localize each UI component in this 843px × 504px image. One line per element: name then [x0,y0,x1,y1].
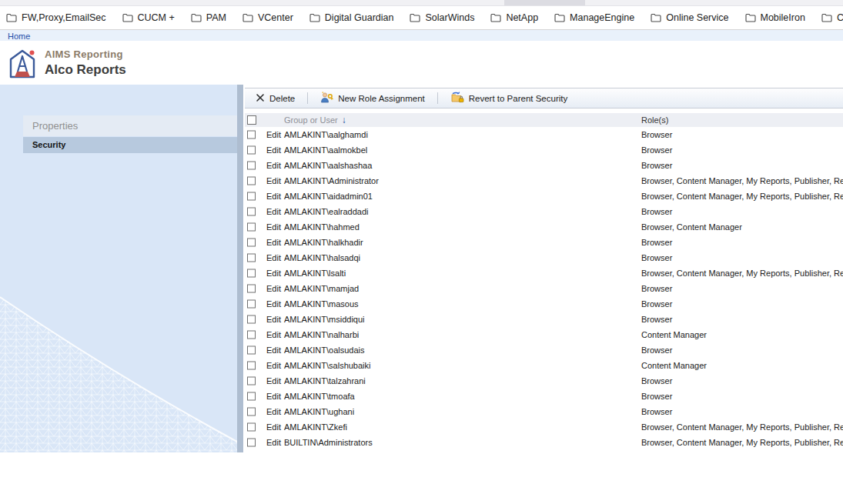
edit-link[interactable]: Edit [266,342,281,358]
row-checkbox[interactable] [247,300,256,309]
edit-link[interactable]: Edit [266,327,281,342]
edit-link[interactable]: Edit [266,265,281,281]
row-checkbox[interactable] [247,439,256,447]
edit-link[interactable]: Edit [266,219,281,235]
row-checkbox[interactable] [247,177,256,185]
row-checkbox[interactable] [247,285,256,293]
bookmark-item[interactable]: FW,Proxy,EmailSec [6,12,106,23]
bookmark-label: NetApp [506,12,538,23]
row-checkbox[interactable] [247,269,256,278]
group-or-user-cell: AMLAKINT\oalsudais [284,342,365,358]
row-checkbox[interactable] [247,192,256,201]
edit-link[interactable]: Edit [266,127,281,142]
table-row: EditAMLAKINT\mamjadBrowser [245,281,843,296]
edit-link[interactable]: Edit [266,189,281,204]
row-checkbox[interactable] [247,362,256,370]
roles-cell: Browser, Content Manager, My Reports, Pu… [641,173,843,189]
row-checkbox[interactable] [247,423,256,432]
bookmark-item[interactable]: NetApp [490,12,538,23]
edit-link[interactable]: Edit [266,312,281,327]
roles-cell: Browser [641,389,672,404]
bookmark-label: FW,Proxy,EmailSec [22,12,106,23]
table-row: EditAMLAKINT\salshubaikiContent Manager [245,358,843,373]
revert-to-parent-security-button[interactable]: Revert to Parent Security [446,89,572,107]
row-checkbox[interactable] [247,131,256,139]
edit-link[interactable]: Edit [266,204,281,219]
home-link[interactable]: Home [8,32,30,41]
edit-link[interactable]: Edit [266,142,281,158]
sidebar-item-properties[interactable]: Properties [23,115,237,136]
row-checkbox[interactable] [247,346,256,355]
edit-link[interactable]: Edit [266,173,281,189]
row-checkbox[interactable] [247,315,256,324]
roles-cell: Browser [641,127,672,142]
group-or-user-cell: AMLAKINT\msiddiqui [284,312,365,327]
edit-link[interactable]: Edit [266,250,281,265]
row-checkbox[interactable] [247,208,256,216]
bookmark-item[interactable]: Online Service [651,12,728,23]
bookmark-item[interactable]: MobileIron [745,12,805,23]
select-all-checkbox[interactable] [247,115,256,125]
group-or-user-cell: AMLAKINT\masous [284,296,359,312]
page-title: Alco Reports [45,62,126,78]
row-checkbox[interactable] [247,377,256,386]
main-content: Delete New Role Assignment [245,85,843,504]
row-checkbox[interactable] [247,254,256,262]
edit-link[interactable]: Edit [266,389,281,404]
table-row: EditBUILTIN\AdministratorsBrowser, Conte… [245,435,843,450]
edit-link[interactable]: Edit [266,373,281,389]
group-or-user-cell: AMLAKINT\hahmed [284,219,360,235]
bookmark-item[interactable]: SolarWinds [410,12,474,23]
bookmark-item[interactable]: CS [821,12,843,23]
roles-cell: Browser [641,142,672,158]
folder-icon [490,13,501,22]
table-row: EditAMLAKINT\aalghamdiBrowser [245,127,843,142]
edit-link[interactable]: Edit [266,404,281,419]
group-or-user-cell: AMLAKINT\aalmokbel [284,142,367,158]
bookmark-label: PAM [206,12,226,23]
table-row: EditAMLAKINT\ughaniBrowser [245,404,843,419]
edit-link[interactable]: Edit [266,158,281,173]
edit-link[interactable]: Edit [266,435,281,450]
table-row: EditAMLAKINT\hahmedBrowser, Content Mana… [245,219,843,235]
delete-button[interactable]: Delete [251,91,299,106]
row-checkbox[interactable] [247,239,256,247]
row-checkbox[interactable] [247,331,256,339]
bookmark-label: VCenter [258,12,293,23]
sidebar-divider [237,85,243,452]
bookmark-item[interactable]: ManageEngine [554,12,634,23]
bookmark-item[interactable]: Digital Guardian [309,12,394,23]
column-header-group-or-user[interactable]: Group or User ↓ [284,113,346,127]
row-checkbox[interactable] [247,408,256,416]
page-header: AIMS Reporting Alco Reports [0,41,843,85]
edit-link[interactable]: Edit [266,358,281,373]
new-role-assignment-button[interactable]: New Role Assignment [316,89,430,107]
row-checkbox[interactable] [247,162,256,170]
table-row: EditAMLAKINT\lsaltiBrowser, Content Mana… [245,265,843,281]
edit-link[interactable]: Edit [266,296,281,312]
bookmark-item[interactable]: CUCM + [122,12,175,23]
edit-link[interactable]: Edit [266,281,281,296]
sidebar-item-security[interactable]: Security [23,137,237,153]
table-row: EditAMLAKINT\msiddiquiBrowser [245,312,843,327]
group-or-user-cell: AMLAKINT\talzahrani [284,373,366,389]
row-checkbox[interactable] [247,392,256,401]
bookmark-label: Digital Guardian [325,12,394,23]
folder-icon [554,13,565,22]
folder-icon [6,13,17,22]
column-header-roles[interactable]: Role(s) [641,113,668,127]
table-row: EditAMLAKINT\AdministratorBrowser, Conte… [245,173,843,189]
row-checkbox[interactable] [247,146,256,155]
bookmark-item[interactable]: PAM [191,12,226,23]
group-or-user-cell: AMLAKINT\aalshashaa [284,158,372,173]
sort-descending-icon[interactable]: ↓ [342,113,346,127]
group-or-user-cell: AMLAKINT\aalghamdi [284,127,368,142]
row-checkbox[interactable] [247,223,256,232]
edit-link[interactable]: Edit [266,235,281,250]
bookmark-item[interactable]: VCenter [243,12,293,23]
table-row: EditAMLAKINT\ealraddadiBrowser [245,204,843,219]
group-or-user-cell: AMLAKINT\lsalti [284,265,346,281]
edit-link[interactable]: Edit [266,419,281,435]
sidebar: Properties Security [0,85,237,452]
new-role-assignment-icon [320,92,333,105]
